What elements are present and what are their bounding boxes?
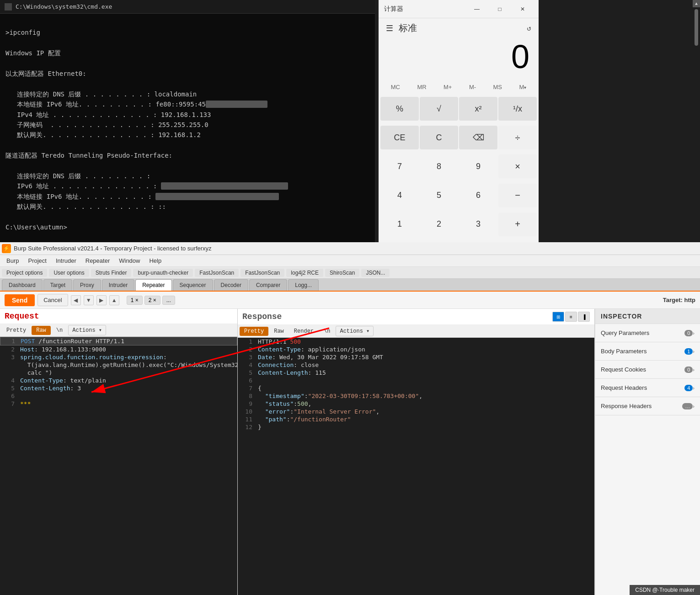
- req-line-6: 4 Content-Type: text/plain: [0, 377, 237, 384]
- menu-intruder[interactable]: Intruder: [51, 256, 81, 266]
- calc-c-button[interactable]: C: [420, 126, 458, 149]
- inspector-request-headers-label: Request Headers: [601, 384, 682, 391]
- calc-title: 计算器: [384, 5, 403, 13]
- tab-intruder[interactable]: Intruder: [102, 279, 134, 291]
- menu-help[interactable]: Help: [144, 256, 166, 266]
- extensions-toolbar: Project options User options Struts Find…: [0, 267, 700, 279]
- calc-2-button[interactable]: 2: [420, 212, 458, 236]
- tab-sequencer[interactable]: Sequencer: [173, 279, 213, 291]
- req-tab-pretty[interactable]: Pretty: [2, 326, 31, 335]
- resp-tab-render[interactable]: Render: [289, 327, 318, 336]
- resp-line-5: 5 Content-Length: 115: [238, 369, 594, 377]
- calc-7-button[interactable]: 7: [380, 154, 419, 178]
- calc-4-button[interactable]: 4: [380, 184, 419, 207]
- tab-proxy[interactable]: Proxy: [73, 279, 101, 291]
- tab-dashboard[interactable]: Dashboard: [2, 279, 43, 291]
- inspector-response-headers[interactable]: Response Headers … ›: [595, 397, 700, 415]
- calc-reciprocal-button[interactable]: ¹/x: [498, 97, 537, 121]
- tab-repeater[interactable]: Repeater: [135, 279, 171, 291]
- calc-close-button[interactable]: ✕: [512, 2, 533, 16]
- resp-line-6: 6: [238, 377, 594, 384]
- burp-icon: ⚡: [2, 244, 11, 253]
- menu-window[interactable]: Window: [114, 256, 144, 266]
- calc-sqrt-button[interactable]: √: [420, 97, 458, 121]
- view-top-button[interactable]: ≡: [565, 312, 577, 322]
- response-tabs: Pretty Raw Render \n Actions ▾: [238, 325, 594, 338]
- ext-fastjson2[interactable]: FastJsonScan: [240, 269, 284, 277]
- scrollbar[interactable]: ▲: [693, 0, 700, 242]
- ext-user-options[interactable]: User options: [49, 269, 89, 277]
- nav-down-button[interactable]: ▼: [84, 295, 94, 305]
- tab-decoder[interactable]: Decoder: [214, 279, 248, 291]
- resp-tab-newline[interactable]: \n: [319, 327, 335, 336]
- cancel-button[interactable]: Cancel: [37, 294, 68, 306]
- calc-mminus-button[interactable]: M-: [465, 81, 480, 93]
- calc-backspace-button[interactable]: ⌫: [459, 126, 497, 149]
- scroll-thumb[interactable]: [695, 9, 698, 46]
- calc-ce-button[interactable]: CE: [380, 126, 419, 149]
- calc-5-button[interactable]: 5: [420, 184, 458, 207]
- nav-right-button[interactable]: ▶: [96, 295, 107, 305]
- cmd-line: [5, 160, 369, 170]
- tab-target[interactable]: Target: [43, 279, 72, 291]
- calc-3-button[interactable]: 3: [459, 212, 497, 236]
- req-actions-dropdown[interactable]: Actions ▾: [68, 325, 106, 335]
- calc-mplus-button[interactable]: M+: [440, 81, 455, 93]
- calc-multiply-button[interactable]: ×: [498, 154, 537, 178]
- calc-divide-button[interactable]: ÷: [498, 126, 537, 149]
- calc-6-button[interactable]: 6: [459, 184, 497, 207]
- cmd-line: 默认网关. . . . . . . . . . . . . . : ::: [5, 202, 369, 212]
- calc-8-button[interactable]: 8: [420, 154, 458, 178]
- view-side-button[interactable]: ▐: [578, 312, 590, 322]
- resp-line-4: 4 Connection: close: [238, 361, 594, 369]
- calc-percent-button[interactable]: %: [380, 97, 419, 121]
- calc-menu-icon[interactable]: ☰: [386, 23, 393, 33]
- menu-repeater[interactable]: Repeater: [81, 256, 114, 266]
- tab-logger[interactable]: Logg...: [288, 279, 319, 291]
- calc-minimize-button[interactable]: —: [466, 2, 487, 16]
- calc-plus-button[interactable]: +: [498, 212, 537, 236]
- tab-comparer[interactable]: Comparer: [249, 279, 287, 291]
- ext-log4j[interactable]: log4j2 RCE: [286, 269, 323, 277]
- ext-fastjson1[interactable]: FastJsonScan: [195, 269, 239, 277]
- resp-actions-dropdown[interactable]: Actions ▾: [336, 326, 374, 336]
- calc-maximize-button[interactable]: □: [489, 2, 510, 16]
- inspector-body-params[interactable]: Body Parameters 1 ›: [595, 342, 700, 361]
- resp-line-2: 2 Content-Type: application/json: [238, 345, 594, 353]
- req-tab-newline[interactable]: \n: [52, 326, 67, 335]
- calc-ms-button[interactable]: MS: [490, 81, 506, 93]
- send-button[interactable]: Send: [5, 294, 35, 306]
- calc-mstore-button[interactable]: M▾: [515, 81, 530, 93]
- ext-struts[interactable]: Struts Finder: [91, 269, 132, 277]
- repeater-tab-more[interactable]: ...: [162, 296, 175, 305]
- inspector-query-params[interactable]: Query Parameters 0 ›: [595, 324, 700, 342]
- nav-left-button[interactable]: ◀: [71, 295, 81, 305]
- menu-bar: Burp Project Intruder Repeater Window He…: [0, 255, 700, 267]
- view-split-button[interactable]: ⊞: [552, 312, 564, 322]
- repeater-tab-2[interactable]: 2 ×: [144, 296, 160, 305]
- ext-unauth[interactable]: burp-unauth-checker: [133, 269, 193, 277]
- resp-tab-pretty[interactable]: Pretty: [240, 327, 268, 336]
- cmd-line: 连接特定的 DNS 后缀 . . . . . . . . :: [5, 171, 369, 181]
- watermark: CSDN @·Trouble maker: [630, 585, 700, 595]
- ext-shiro[interactable]: ShiroScan: [325, 269, 359, 277]
- repeater-tab-1[interactable]: 1 ×: [127, 296, 143, 305]
- burp-taskbar-title: Burp Suite Professional v2021.4 - Tempor…: [14, 245, 212, 252]
- calc-1-button[interactable]: 1: [380, 212, 419, 236]
- ext-project-options[interactable]: Project options: [2, 269, 47, 277]
- calc-history-button[interactable]: ↺: [527, 24, 531, 33]
- calc-squared-button[interactable]: x²: [459, 97, 497, 121]
- calc-mr-button[interactable]: MR: [413, 81, 430, 93]
- resp-tab-raw[interactable]: Raw: [269, 327, 289, 336]
- calc-minus-button[interactable]: −: [498, 184, 537, 207]
- nav-up-button[interactable]: ▲: [109, 295, 119, 305]
- inspector-request-cookies[interactable]: Request Cookies 0 ›: [595, 361, 700, 379]
- scroll-up[interactable]: ▲: [693, 0, 700, 7]
- inspector-request-headers[interactable]: Request Headers 4 ›: [595, 379, 700, 397]
- menu-project[interactable]: Project: [23, 256, 51, 266]
- calc-9-button[interactable]: 9: [459, 154, 497, 178]
- menu-burp[interactable]: Burp: [2, 256, 23, 266]
- calc-mc-button[interactable]: MC: [387, 81, 404, 93]
- req-tab-raw[interactable]: Raw: [32, 326, 51, 335]
- ext-json[interactable]: JSON...: [361, 269, 390, 277]
